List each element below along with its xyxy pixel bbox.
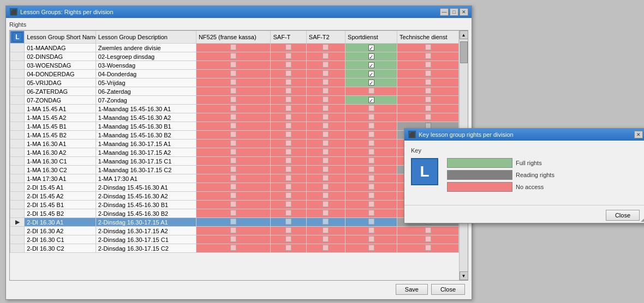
checkbox-unchecked[interactable] <box>285 192 291 198</box>
checkbox-checked[interactable]: ✓ <box>368 53 374 59</box>
checkbox-unchecked[interactable] <box>285 245 291 251</box>
tech-cell[interactable] <box>397 87 459 96</box>
saft2-cell[interactable] <box>306 105 345 113</box>
table-row[interactable]: 03-WOENSDAG03-Woensdag✓ <box>10 61 459 70</box>
checkbox-unchecked[interactable] <box>285 123 291 129</box>
sport-cell[interactable]: ✓ <box>345 52 397 61</box>
checkbox-unchecked[interactable] <box>285 227 291 233</box>
sport-cell[interactable] <box>345 235 397 244</box>
checkbox-unchecked[interactable] <box>230 44 236 50</box>
checkbox-unchecked[interactable] <box>323 227 329 233</box>
checkbox-unchecked[interactable] <box>285 210 291 216</box>
saft2-cell[interactable] <box>306 201 345 209</box>
save-button[interactable]: Save <box>396 284 428 295</box>
checkbox-unchecked[interactable] <box>368 123 374 129</box>
scroll-up-arrow[interactable]: ▲ <box>460 31 468 39</box>
table-row[interactable]: 1-MA 17:30 A11-MA 17:30 A1 <box>10 174 459 183</box>
checkbox-unchecked[interactable] <box>230 245 236 251</box>
nf525-cell[interactable] <box>196 52 271 61</box>
table-row[interactable]: 02-DINSDAG02-Lesgroep dinsdag✓ <box>10 52 459 61</box>
checkbox-unchecked[interactable] <box>425 70 431 76</box>
checkbox-unchecked[interactable] <box>323 70 329 76</box>
sport-cell[interactable]: ✓ <box>345 70 397 78</box>
checkbox-unchecked[interactable] <box>323 210 329 216</box>
sport-cell[interactable] <box>345 244 397 253</box>
sport-cell[interactable] <box>345 183 397 192</box>
checkbox-unchecked[interactable] <box>285 175 291 181</box>
checkbox-unchecked[interactable] <box>230 201 236 207</box>
sport-cell[interactable] <box>345 157 397 166</box>
table-row[interactable]: 1-MA 15.45 A11-Maandag 15.45-16.30 A1 <box>10 105 459 113</box>
checkbox-unchecked[interactable] <box>323 140 329 146</box>
checkbox-unchecked[interactable] <box>323 184 329 190</box>
close-button[interactable]: ✕ <box>460 8 468 16</box>
saft-cell[interactable] <box>271 192 306 201</box>
table-row[interactable]: 2-DI 15.45 A22-Dinsdag 15.45-16.30 A2 <box>10 192 459 201</box>
tech-cell[interactable] <box>397 61 459 70</box>
scroll-thumb[interactable] <box>460 41 468 63</box>
saft2-cell[interactable] <box>306 218 345 227</box>
checkbox-unchecked[interactable] <box>285 140 291 146</box>
key-close-button[interactable]: Close <box>606 210 640 221</box>
nf525-cell[interactable] <box>196 201 271 209</box>
nf525-cell[interactable] <box>196 157 271 166</box>
tech-cell[interactable] <box>397 113 459 122</box>
checkbox-unchecked[interactable] <box>230 175 236 181</box>
sport-cell[interactable] <box>345 122 397 131</box>
checkbox-unchecked[interactable] <box>323 96 329 102</box>
nf525-cell[interactable] <box>196 44 271 52</box>
saft-cell[interactable] <box>271 148 306 157</box>
checkbox-unchecked[interactable] <box>230 70 236 76</box>
checkbox-unchecked[interactable] <box>425 245 431 251</box>
checkbox-selected[interactable] <box>285 219 291 225</box>
saft2-cell[interactable] <box>306 96 345 105</box>
saft-cell[interactable] <box>271 183 306 192</box>
checkbox-unchecked[interactable] <box>230 105 236 111</box>
saft-cell[interactable] <box>271 244 306 253</box>
checkbox-unchecked[interactable] <box>230 96 236 102</box>
checkbox-unchecked[interactable] <box>230 79 236 85</box>
checkbox-unchecked[interactable] <box>323 245 329 251</box>
checkbox-unchecked[interactable] <box>230 192 236 198</box>
checkbox-unchecked[interactable] <box>368 114 374 120</box>
sport-cell[interactable] <box>345 218 397 227</box>
checkbox-unchecked[interactable] <box>323 149 329 155</box>
checkbox-unchecked[interactable] <box>323 53 329 59</box>
checkbox-unchecked[interactable] <box>323 166 329 172</box>
checkbox-unchecked[interactable] <box>285 236 291 242</box>
saft-cell[interactable] <box>271 174 306 183</box>
checkbox-selected[interactable] <box>230 219 236 225</box>
table-row[interactable]: 05-VRIJDAG05-Vrijdag✓ <box>10 78 459 87</box>
saft-cell[interactable] <box>271 157 306 166</box>
checkbox-unchecked[interactable] <box>425 62 431 68</box>
saft-cell[interactable] <box>271 105 306 113</box>
maximize-button[interactable]: □ <box>450 8 458 16</box>
checkbox-unchecked[interactable] <box>230 123 236 129</box>
sport-cell[interactable]: ✓ <box>345 61 397 70</box>
saft2-cell[interactable] <box>306 44 345 52</box>
sport-cell[interactable] <box>345 166 397 174</box>
sport-cell[interactable] <box>345 148 397 157</box>
checkbox-checked[interactable]: ✓ <box>368 71 374 77</box>
checkbox-selected[interactable] <box>323 219 329 225</box>
close-main-button[interactable]: Close <box>431 284 465 295</box>
checkbox-unchecked[interactable] <box>230 53 236 59</box>
resize-handle[interactable]: ◢ <box>641 217 644 223</box>
checkbox-unchecked[interactable] <box>285 70 291 76</box>
nf525-cell[interactable] <box>196 192 271 201</box>
checkbox-unchecked[interactable] <box>323 131 329 137</box>
checkbox-unchecked[interactable] <box>285 184 291 190</box>
checkbox-unchecked[interactable] <box>368 245 374 251</box>
checkbox-unchecked[interactable] <box>323 192 329 198</box>
saft-cell[interactable] <box>271 227 306 235</box>
checkbox-unchecked[interactable] <box>230 88 236 94</box>
saft-cell[interactable] <box>271 70 306 78</box>
checkbox-unchecked[interactable] <box>425 96 431 102</box>
checkbox-unchecked[interactable] <box>425 236 431 242</box>
checkbox-unchecked[interactable] <box>323 62 329 68</box>
saft-cell[interactable] <box>271 87 306 96</box>
saft2-cell[interactable] <box>306 183 345 192</box>
table-row[interactable]: 2-DI 15.45 B22-Dinsdag 15.45-16.30 B2 <box>10 209 459 218</box>
sport-cell[interactable] <box>345 227 397 235</box>
tech-cell[interactable] <box>397 44 459 52</box>
